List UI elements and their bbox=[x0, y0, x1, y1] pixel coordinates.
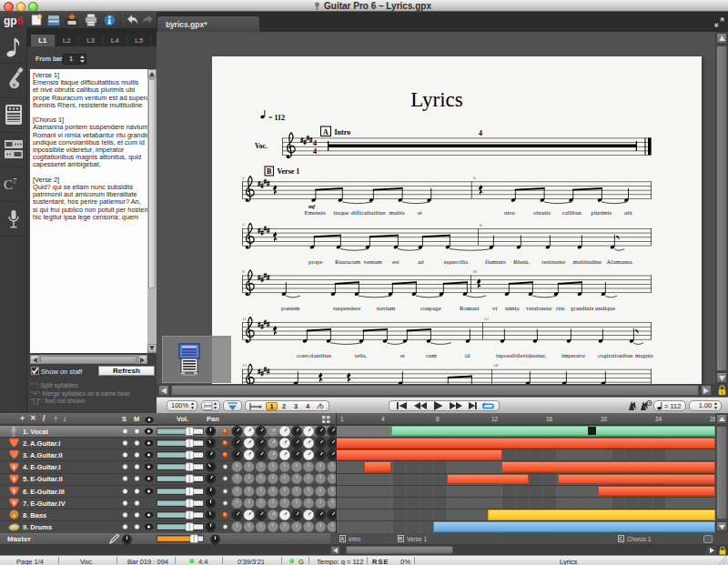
svg-text:Emensis: Emensis bbox=[305, 209, 326, 216]
svg-text:mf: mf bbox=[308, 203, 316, 209]
svg-text:= 112: = 112 bbox=[268, 114, 285, 122]
svg-text:vetabantur: vetabantur bbox=[526, 305, 552, 311]
svg-text:grandinis: grandinis bbox=[571, 305, 594, 311]
svg-text:Verse 1: Verse 1 bbox=[278, 167, 300, 176]
svg-text:8: 8 bbox=[12, 512, 15, 518]
svg-text:supercilia: supercilia bbox=[444, 258, 468, 265]
svg-text:Rauracum: Rauracum bbox=[335, 258, 361, 265]
svg-text:est: est bbox=[392, 258, 399, 265]
svg-text:8: 8 bbox=[480, 223, 482, 227]
svg-text:itaque: itaque bbox=[334, 209, 349, 216]
svg-text:A: A bbox=[323, 128, 329, 136]
svg-text:ritu: ritu bbox=[556, 305, 565, 311]
svg-text:navium: navium bbox=[377, 305, 396, 311]
svg-text:inpossibilevideretur,: inpossibilevideretur, bbox=[496, 352, 547, 358]
svg-text:multis: multis bbox=[389, 209, 405, 216]
svg-text:obrutis: obrutis bbox=[533, 209, 551, 216]
svg-text:Alamanna: Alamanna bbox=[607, 258, 632, 265]
svg-text:12: 12 bbox=[484, 317, 490, 321]
svg-text:cogitationibus: cogitationibus bbox=[598, 352, 633, 358]
svg-text:vi: vi bbox=[492, 305, 497, 311]
svg-text:fluminis: fluminis bbox=[485, 258, 506, 265]
svg-text:undique: undique bbox=[595, 305, 615, 311]
svg-text:ubi: ubi bbox=[624, 209, 632, 216]
svg-text:callibus: callibus bbox=[562, 209, 581, 216]
svg-text:ad: ad bbox=[418, 258, 424, 265]
svg-text:imperator: imperator bbox=[561, 352, 586, 358]
svg-text:conpage: conpage bbox=[420, 305, 441, 311]
svg-text:nive: nive bbox=[504, 209, 515, 216]
svg-text:Lyrics: Lyrics bbox=[410, 88, 463, 111]
svg-text:nimia: nimia bbox=[505, 305, 519, 311]
svg-text:5: 5 bbox=[242, 176, 245, 180]
svg-text:resistente: resistente bbox=[542, 258, 566, 265]
svg-text:Romani: Romani bbox=[460, 305, 480, 311]
svg-text:ventum: ventum bbox=[364, 258, 383, 265]
svg-text:prope: prope bbox=[308, 258, 322, 265]
svg-text:multitudine: multitudine bbox=[573, 258, 602, 265]
svg-text:B: B bbox=[267, 167, 272, 176]
svg-text:et: et bbox=[400, 352, 405, 358]
svg-text:Intro: Intro bbox=[335, 128, 351, 136]
svg-text:Rheni,: Rheni, bbox=[513, 258, 530, 265]
svg-text:10: 10 bbox=[472, 269, 478, 274]
svg-text:suspendere: suspendere bbox=[333, 305, 360, 311]
svg-text:et: et bbox=[418, 209, 422, 216]
svg-text:13: 13 bbox=[242, 363, 248, 368]
svg-text:plurimis: plurimis bbox=[592, 209, 612, 216]
svg-text:cum: cum bbox=[426, 352, 437, 358]
svg-text:9: 9 bbox=[242, 269, 245, 274]
svg-text:6: 6 bbox=[473, 176, 476, 180]
svg-text:14: 14 bbox=[493, 363, 499, 368]
svg-text:11: 11 bbox=[242, 317, 247, 321]
svg-text:pontem: pontem bbox=[281, 305, 300, 311]
svg-text:4: 4 bbox=[479, 129, 482, 137]
svg-text:difficultatibus: difficultatibus bbox=[351, 209, 386, 216]
svg-text:4: 4 bbox=[313, 139, 317, 147]
svg-text:id: id bbox=[465, 352, 470, 358]
svg-text:telis,: telis, bbox=[355, 352, 367, 358]
svg-text:magnis: magnis bbox=[635, 352, 653, 358]
svg-text:Voc.: Voc. bbox=[255, 142, 268, 150]
svg-text:4: 4 bbox=[313, 147, 317, 156]
svg-text:convolantibus: convolantibus bbox=[297, 352, 331, 358]
svg-text:7: 7 bbox=[242, 223, 245, 227]
